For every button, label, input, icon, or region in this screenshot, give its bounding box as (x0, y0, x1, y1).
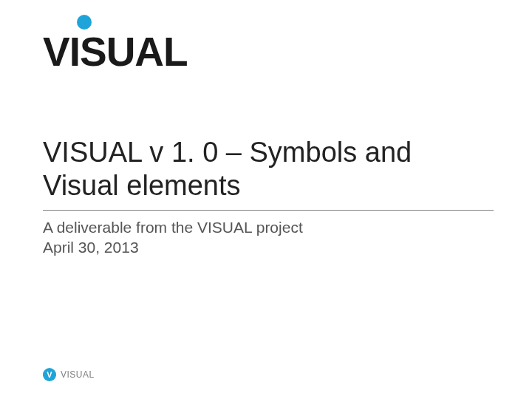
subtitle-date: April 30, 2013 (43, 239, 139, 256)
logo-top: VISUAL (43, 28, 188, 75)
subtitle-line1: A deliverable from the VISUAL project (43, 219, 303, 236)
page-title: VISUAL v 1. 0 – Symbols and Visual eleme… (43, 136, 488, 202)
footer-badge-icon: V (43, 368, 56, 381)
footer-text: VISUAL (61, 369, 95, 380)
title-divider (43, 210, 494, 211)
logo-dot-icon (77, 15, 92, 30)
footer: V VISUAL (43, 368, 95, 381)
logo-text: VISUAL (43, 28, 188, 75)
